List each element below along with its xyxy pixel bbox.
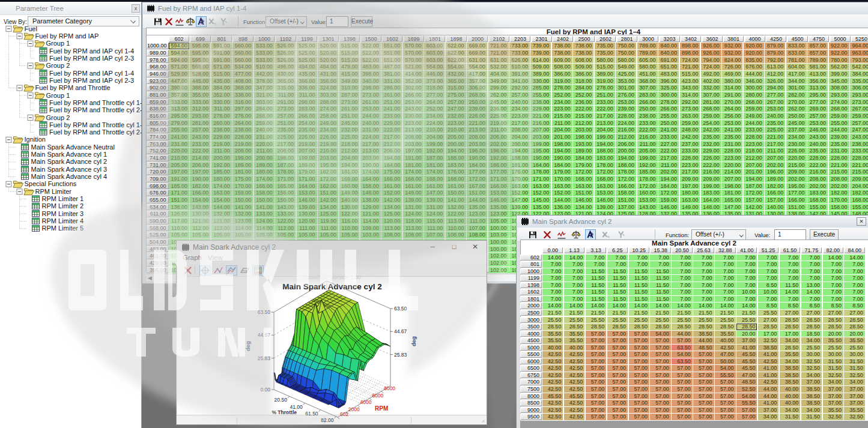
svg-text:Fuel by RPM and Throttle cyl 2: Fuel by RPM and Throttle cyl 2-3 (49, 128, 142, 136)
svg-text:RPM Limiter 3: RPM Limiter 3 (42, 210, 84, 217)
svg-text:Fuel by RPM and Throttle cyl 1: Fuel by RPM and Throttle cyl 1-4 (49, 99, 142, 106)
svg-text:Main Spark Advance cyl 4: Main Spark Advance cyl 4 (31, 173, 108, 180)
svg-text:Group 2: Group 2 (46, 114, 70, 121)
svg-text:Fuel by RPM and IAP cyl 1-4: Fuel by RPM and IAP cyl 1-4 (49, 47, 134, 55)
svg-text:RPM Limiter 2: RPM Limiter 2 (42, 202, 84, 209)
svg-text:Main Spark Advance cyl 2: Main Spark Advance cyl 2 (31, 158, 108, 165)
svg-text:Fuel: Fuel (25, 25, 37, 32)
svg-text:Main Spark Advance cyl 3: Main Spark Advance cyl 3 (31, 166, 108, 173)
svg-text:Fuel by RPM and Throttle cyl 1: Fuel by RPM and Throttle cyl 1-4 (49, 121, 142, 128)
svg-text:Fuel by RPM and IAP cyl 1-4: Fuel by RPM and IAP cyl 1-4 (49, 70, 134, 77)
svg-text:RPM Limiter: RPM Limiter (35, 188, 72, 195)
svg-text:RPM Limiter 1: RPM Limiter 1 (42, 195, 84, 202)
svg-text:Fuel by RPM and IAP cyl 2-3: Fuel by RPM and IAP cyl 2-3 (49, 77, 134, 84)
svg-text:Ignition: Ignition (25, 136, 46, 143)
svg-text:Fuel by RPM and Throttle cyl 2: Fuel by RPM and Throttle cyl 2-3 (49, 106, 142, 113)
svg-text:Special Functions: Special Functions (25, 180, 77, 187)
svg-text:Group 1: Group 1 (46, 40, 70, 47)
svg-text:Fuel by RPM and IAP cyl 2-3: Fuel by RPM and IAP cyl 2-3 (49, 55, 134, 62)
svg-text:Group 1: Group 1 (46, 92, 70, 99)
svg-text:Group 2: Group 2 (46, 62, 70, 69)
svg-text:Fuel by RPM and IAP: Fuel by RPM and IAP (35, 32, 99, 40)
svg-text:RPM Limiter 4: RPM Limiter 4 (42, 217, 84, 225)
svg-text:Main Spark Advance Neutral: Main Spark Advance Neutral (31, 143, 115, 151)
svg-text:RPM Limiter 5: RPM Limiter 5 (42, 225, 84, 232)
svg-text:Main Spark Advance cyl 1: Main Spark Advance cyl 1 (31, 151, 108, 158)
svg-text:Fuel by RPM and Throttle: Fuel by RPM and Throttle (35, 84, 111, 91)
